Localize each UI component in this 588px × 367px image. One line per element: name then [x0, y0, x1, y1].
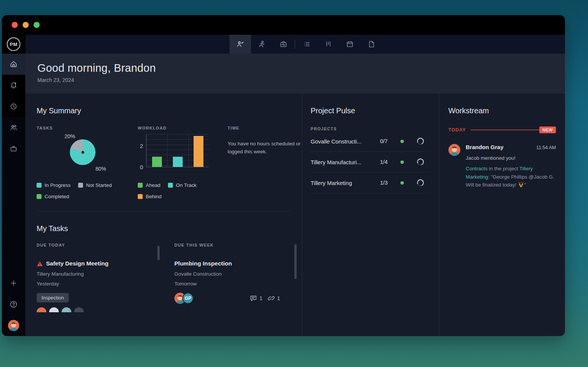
legend-ahead: Ahead	[138, 182, 160, 188]
tasks-legend: In Progress Not Started Completed	[37, 182, 131, 205]
assignee-avatar	[49, 307, 59, 312]
health-status-dot	[400, 140, 404, 143]
task-link[interactable]: Contracts	[466, 166, 488, 171]
tasks-label: TASKS	[37, 126, 138, 130]
sidebar-item-team[interactable]	[2, 117, 25, 138]
sidebar-profile-button[interactable]	[2, 315, 25, 336]
workstream-title: Workstream	[448, 106, 556, 115]
sidebar-item-home[interactable]	[2, 54, 25, 75]
legend-not-started: Not Started	[78, 182, 112, 188]
sidebar-item-portfolio[interactable]	[2, 138, 25, 159]
users-icon	[10, 124, 17, 131]
sidebar-help-button[interactable]	[2, 294, 25, 315]
task-progress-count: 0/7	[380, 138, 400, 144]
toolbar-tab-my-work[interactable]	[229, 35, 251, 54]
task-assignee-avatars	[37, 307, 174, 312]
project-row-govalle[interactable]: Govalle Constructi... 0/7	[311, 131, 431, 152]
pie-chart	[70, 139, 95, 165]
ahead-swatch	[138, 183, 143, 188]
health-status-dot	[400, 181, 404, 185]
due-today-scrollbar[interactable]	[157, 246, 160, 260]
link-count: 1	[277, 295, 280, 301]
toolbar-tab-board-view[interactable]	[317, 35, 339, 54]
minimize-window-button[interactable]	[23, 22, 29, 28]
list-icon	[303, 40, 311, 48]
task-tag[interactable]: Inspection	[37, 293, 69, 302]
today-group-header: TODAY NEW	[448, 126, 556, 133]
user-avatar	[8, 320, 19, 331]
progress-ring-icon	[416, 157, 425, 166]
app-window: PM	[2, 15, 565, 336]
task-title: Safety Design Meeting	[46, 260, 108, 267]
my-summary-title: My Summary	[37, 106, 291, 115]
calendar-icon	[346, 40, 354, 48]
document-icon	[367, 40, 376, 48]
project-row-tillery-manufacturing[interactable]: Tillery Manufacturi... 1/4	[311, 152, 431, 173]
link-icon[interactable]	[268, 295, 275, 302]
bell-icon	[10, 82, 17, 89]
task-card-safety-design-meeting[interactable]: Safety Design Meeting Tillery Manufactur…	[37, 260, 174, 312]
toolbar-tab-list-view[interactable]	[296, 35, 317, 54]
app-logo[interactable]: PM	[2, 35, 25, 54]
workstream-entry[interactable]: Brandon Gray 11:54 AM Jacob mentioned yo…	[448, 144, 556, 190]
zoom-window-button[interactable]	[34, 22, 40, 28]
toolbar-tab-team-activity[interactable]	[251, 35, 272, 54]
task-card-plumbing-inspection[interactable]: Plumbing Inspection Govalle Construction…	[174, 260, 291, 304]
workstream-panel: Workstream TODAY NEW Brandon Gray	[439, 94, 565, 336]
not-started-swatch	[78, 183, 83, 188]
sidebar-item-history[interactable]	[2, 96, 25, 117]
project-pulse-title: Project Pulse	[311, 106, 431, 115]
on-track-swatch	[168, 183, 173, 188]
sidebar-item-notifications[interactable]	[2, 75, 25, 96]
plus-icon	[10, 280, 17, 287]
pie-label-80: 80%	[95, 166, 106, 172]
pie-label-20: 20%	[65, 133, 75, 139]
workload-legend: Ahead On Track Behind	[138, 182, 224, 205]
toolbar-tab-calendar-view[interactable]	[339, 35, 360, 54]
task-progress-count: 1/4	[380, 159, 400, 165]
task-due-date: Tomorrow	[174, 281, 291, 287]
time-empty-state: You have no hours scheduled or logged th…	[228, 140, 303, 156]
entry-message: Contracts in the project Tillery Marketi…	[466, 165, 556, 190]
task-title: Plumbing Inspection	[174, 260, 232, 267]
author-avatar	[448, 144, 460, 156]
progress-ring-icon	[416, 137, 425, 145]
sidebar-add-button[interactable]	[2, 273, 25, 294]
page-date: March 23, 2024	[37, 77, 565, 83]
legend-completed: Completed	[37, 194, 69, 199]
project-row-tillery-marketing[interactable]: Tillery Marketing 1/3	[311, 173, 431, 193]
progress-ring-icon	[416, 178, 425, 187]
assignee-avatar	[37, 307, 46, 312]
task-due-date: Yesterday	[37, 281, 174, 287]
y-tick-0: 0	[138, 164, 143, 170]
entry-timestamp: 11:54 AM	[536, 145, 556, 150]
page-title: Good morning, Brandon	[37, 62, 565, 74]
home-icon	[10, 60, 17, 68]
toolbar-tab-files[interactable]	[360, 35, 382, 54]
person-chart-icon	[236, 40, 245, 48]
assignee-avatar	[74, 307, 84, 312]
window-titlebar	[2, 15, 565, 35]
legend-on-track: On Track	[168, 182, 197, 188]
legend-in-progress: In Progress	[37, 182, 71, 188]
projects-label: PROJECTS	[311, 126, 431, 131]
raised-hands-emoji-icon	[518, 182, 524, 190]
sidebar: PM	[2, 35, 25, 336]
task-project: Govalle Construction	[174, 271, 291, 277]
toolbar-divider	[295, 40, 295, 49]
workload-bar-chart: 2 0	[138, 130, 224, 176]
task-progress-count: 1/3	[380, 180, 400, 186]
clock-icon	[10, 103, 17, 110]
close-window-button[interactable]	[12, 22, 18, 28]
due-this-week-scrollbar[interactable]	[294, 244, 297, 279]
legend-behind: Behind	[138, 194, 162, 199]
comment-icon[interactable]	[250, 295, 257, 302]
due-this-week-label: DUE THIS WEEK	[174, 243, 291, 247]
new-badge: NEW	[539, 126, 556, 133]
toolbar-tab-portfolio[interactable]	[272, 35, 294, 54]
bar-plot-area	[146, 134, 209, 167]
health-status-dot	[400, 160, 404, 164]
pm-logo-icon: PM	[7, 37, 20, 51]
board-columns-icon	[324, 40, 332, 48]
overdue-warning-icon	[37, 261, 43, 267]
